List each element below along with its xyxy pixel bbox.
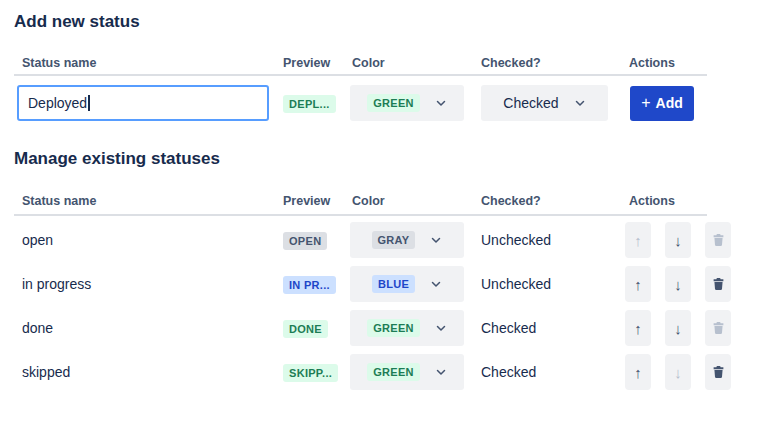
status-preview-badge: DEPL... <box>283 95 336 113</box>
status-preview-badge: SKIPP... <box>283 364 338 382</box>
column-header-status-name: Status name <box>14 194 283 208</box>
column-header-checked: Checked? <box>481 194 625 208</box>
color-select[interactable]: GREEN <box>350 354 464 390</box>
arrow-up-icon: ↑ <box>634 277 642 292</box>
delete-button[interactable] <box>705 222 731 258</box>
delete-button[interactable] <box>705 310 731 346</box>
status-name-input[interactable]: Deployed <box>17 85 269 121</box>
checked-cell: Checked <box>481 320 625 336</box>
status-name-cell: open <box>14 232 283 248</box>
color-value-pill: BLUE <box>372 275 415 293</box>
arrow-down-icon: ↓ <box>674 321 682 336</box>
move-up-button[interactable]: ↑ <box>625 222 651 258</box>
move-down-button[interactable]: ↓ <box>665 266 691 302</box>
color-value-pill: GREEN <box>367 319 420 337</box>
add-section-title: Add new status <box>14 0 758 32</box>
manage-table-header: Status name Preview Color Checked? Actio… <box>14 194 733 208</box>
add-button-label: Add <box>656 95 683 111</box>
move-down-button[interactable]: ↓ <box>665 222 691 258</box>
status-name-input-value: Deployed <box>28 95 87 111</box>
color-value-pill: GREEN <box>367 94 420 112</box>
color-value-pill: GREEN <box>367 363 420 381</box>
status-rows: open OPEN GRAY Unchecked ↑ ↓ <box>14 216 733 394</box>
checked-cell: Checked <box>481 364 625 380</box>
arrow-down-icon: ↓ <box>674 277 682 292</box>
text-cursor <box>88 95 90 111</box>
status-preview-badge: IN PR... <box>283 276 336 294</box>
chevron-down-icon <box>430 278 442 290</box>
status-name-cell: done <box>14 320 283 336</box>
column-header-status-name: Status name <box>14 56 283 70</box>
add-button[interactable]: + Add <box>630 86 694 121</box>
chevron-down-icon <box>430 234 442 246</box>
color-select[interactable]: GRAY <box>350 222 464 258</box>
move-up-button[interactable]: ↑ <box>625 354 651 390</box>
chevron-down-icon <box>435 366 447 378</box>
status-preview-badge: OPEN <box>283 232 327 250</box>
status-preview-badge: DONE <box>283 320 328 338</box>
checked-cell: Unchecked <box>481 232 625 248</box>
trash-icon <box>712 321 725 335</box>
move-down-button[interactable]: ↓ <box>665 354 691 390</box>
chevron-down-icon <box>574 97 586 109</box>
checked-select-value: Checked <box>503 95 558 111</box>
move-up-button[interactable]: ↑ <box>625 266 651 302</box>
arrow-down-icon: ↓ <box>674 365 682 380</box>
checked-cell: Unchecked <box>481 276 625 292</box>
arrow-up-icon: ↑ <box>634 321 642 336</box>
color-select[interactable]: GREEN <box>350 310 464 346</box>
trash-icon <box>712 233 725 247</box>
column-header-preview: Preview <box>283 56 350 70</box>
chevron-down-icon <box>435 97 447 109</box>
add-table-header: Status name Preview Color Checked? Actio… <box>14 56 733 70</box>
move-up-button[interactable]: ↑ <box>625 310 651 346</box>
manage-section-title: Manage existing statuses <box>14 130 758 170</box>
arrow-up-icon: ↑ <box>634 233 642 248</box>
plus-icon: + <box>641 95 650 111</box>
table-row: in progress IN PR... BLUE Unchecked ↑ ↓ <box>14 262 733 306</box>
status-name-cell: in progress <box>14 276 283 292</box>
column-header-color: Color <box>350 56 481 70</box>
checked-select[interactable]: Checked <box>481 85 608 121</box>
table-row: skipped SKIPP... GREEN Checked ↑ ↓ <box>14 350 733 394</box>
column-header-actions: Actions <box>625 194 733 208</box>
column-header-checked: Checked? <box>481 56 625 70</box>
trash-icon <box>712 365 725 379</box>
delete-button[interactable] <box>705 354 731 390</box>
status-name-cell: skipped <box>14 364 283 380</box>
arrow-down-icon: ↓ <box>674 233 682 248</box>
table-row: done DONE GREEN Checked ↑ ↓ <box>14 306 733 350</box>
color-select[interactable]: GREEN <box>350 85 464 121</box>
column-header-actions: Actions <box>625 56 733 70</box>
add-status-table: Status name Preview Color Checked? Actio… <box>14 56 733 130</box>
add-status-row: Deployed DEPL... GREEN Checked <box>14 76 733 130</box>
chevron-down-icon <box>435 322 447 334</box>
trash-icon <box>712 277 725 291</box>
manage-statuses-table: Status name Preview Color Checked? Actio… <box>14 194 733 394</box>
column-header-color: Color <box>350 194 481 208</box>
delete-button[interactable] <box>705 266 731 302</box>
arrow-up-icon: ↑ <box>634 365 642 380</box>
color-select[interactable]: BLUE <box>350 266 464 302</box>
column-header-preview: Preview <box>283 194 350 208</box>
table-row: open OPEN GRAY Unchecked ↑ ↓ <box>14 218 733 262</box>
page: Add new status Status name Preview Color… <box>0 0 758 394</box>
move-down-button[interactable]: ↓ <box>665 310 691 346</box>
color-value-pill: GRAY <box>372 231 416 249</box>
